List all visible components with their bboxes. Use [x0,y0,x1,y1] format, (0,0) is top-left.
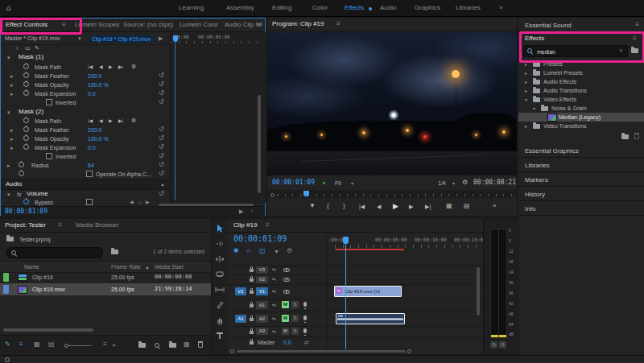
hand-tool-icon[interactable] [215,316,225,325]
expand-icon[interactable]: ▸ [525,124,527,129]
go-to-in-icon[interactable]: |◀ [359,204,365,209]
transport-overflow-icon[interactable]: » [493,203,496,209]
freeform-view-icon[interactable]: ▤ [48,341,55,348]
sync-lock-icon[interactable]: ⇆ [272,289,276,294]
voiceover-mic-icon[interactable] [303,302,307,307]
timeline-settings-icon[interactable]: ⚙ [287,248,292,254]
track-a3[interactable]: A3 ⇆ M S [227,327,483,337]
home-icon[interactable]: ⌂ [6,4,11,12]
timeline-timecode[interactable]: 00:00:01:09 [233,235,287,243]
mask-pen-tool-icon[interactable]: ✎ [35,45,39,51]
expand-icon[interactable]: ▸ [525,71,527,76]
mask1-opacity-value[interactable]: 100.0 % [88,82,109,88]
mask2-opacity-expand-icon[interactable]: ▸ [10,136,14,142]
workspace-graphics[interactable]: Graphics [415,5,440,11]
program-scrubber[interactable] [267,190,517,198]
track-v2[interactable]: V2 ⇆ [227,275,483,285]
zoom-level-select[interactable]: Fit [335,180,341,186]
master-fit-icon[interactable]: ⇄ [304,340,309,345]
column-media-start[interactable]: Media Start [155,264,184,270]
tab-effect-controls[interactable]: Effect Controls [6,22,47,28]
master-clip-label[interactable]: Master * Clip #19.mov [5,35,60,41]
zoom-slider[interactable] [64,345,92,346]
timeline-tab[interactable]: Clip #19 [233,222,257,229]
libraries-header[interactable]: Libraries [518,158,644,172]
tab-lumetri-color[interactable]: Lumetri Color [180,22,218,28]
program-video[interactable] [267,32,517,175]
radius-reset-icon[interactable]: ↺ [159,162,164,168]
clear-search-icon[interactable]: × [619,47,623,54]
sync-lock-icon[interactable]: ⇆ [272,267,276,272]
solo-button[interactable]: S [291,315,299,322]
mask1-path-stopwatch-icon[interactable] [23,64,29,69]
slip-tool-icon[interactable] [215,285,225,295]
mask2-feather-expand-icon[interactable]: ▸ [10,127,14,133]
mask1-opacity-stopwatch-icon[interactable] [23,81,29,87]
collapse-icon[interactable]: ▾ [533,106,535,111]
playback-resolution-select[interactable]: 1/4 [438,180,446,186]
voiceover-mic-icon[interactable] [303,316,307,320]
track-a1[interactable]: A1 ⇆ M S [227,299,483,312]
mask1-path-back-icon[interactable]: ◀ [99,64,103,69]
tree-item-median-legacy[interactable]: Median (Legacy) [518,113,644,122]
zoom-handle-right[interactable] [407,349,411,353]
mask-rect-tool-icon[interactable]: ▭ [25,45,31,51]
bypass-kf-add-icon[interactable]: ◇ [138,200,142,204]
workspace-editing[interactable]: Editing [272,5,291,11]
ec-timecode[interactable]: 00:00:01:09 [5,208,47,215]
mask2-path-prev-icon[interactable]: |◀ [88,118,93,123]
extract-icon[interactable]: ▤ [464,203,470,209]
markers-header[interactable]: Markers [518,172,644,187]
project-menu-icon[interactable]: ≡ [58,222,62,229]
linked-selection-icon[interactable]: ◫ [259,248,266,254]
effects-search-input[interactable] [535,47,616,56]
track-output-eye-icon[interactable] [283,290,290,294]
alpha-stopwatch-icon[interactable] [19,171,24,176]
workspace-color[interactable]: Color [312,5,328,11]
mask1-expansion-reset-icon[interactable]: ↺ [159,90,164,97]
master-level-value[interactable]: 0.0 [283,340,291,345]
sync-lock-icon[interactable]: ⇆ [272,277,276,282]
new-bin-icon[interactable] [621,134,629,139]
info-header[interactable]: Info [518,201,644,216]
delete-icon[interactable] [198,342,203,348]
mask1-opacity-reset-icon[interactable]: ↺ [159,81,164,88]
lock-icon[interactable] [250,278,254,282]
mask1-expansion-expand-icon[interactable]: ▸ [10,91,14,97]
mask1-expansion-stopwatch-icon[interactable] [23,90,29,96]
project-row-clip[interactable]: Clip #19.mov 25.00 fps 21:59:28:14 [0,283,211,295]
radius-expand-icon[interactable]: ▸ [7,163,10,168]
mute-button[interactable]: M [282,301,289,308]
tab-media-browser[interactable]: Media Browser [76,222,118,229]
sort-caret-icon[interactable]: ▾ [113,343,115,348]
ec-playhead-line[interactable] [175,41,175,200]
mask1-feather-stopwatch-icon[interactable] [23,72,29,78]
settings-wrench-icon[interactable]: ⚙ [462,179,468,186]
radius-stopwatch-icon[interactable] [19,162,24,167]
workspace-effects-active[interactable]: Effects [345,5,364,11]
list-view-icon[interactable]: ≡ [19,341,23,348]
mask2-expansion-value[interactable]: 0.0 [88,145,96,151]
column-frame-rate[interactable]: Frame Rate [111,264,141,270]
step-back-icon[interactable]: ◀ [377,204,381,209]
new-bin-icon[interactable] [169,343,176,348]
project-writable-icon[interactable]: ✎ [5,341,10,348]
essential-sound-header[interactable]: Essential Sound ≡ [518,18,644,32]
label-swatch-blue[interactable] [3,285,9,294]
mask2-path-tool-icon[interactable]: ⚙ [131,118,136,123]
resolution-caret-icon[interactable]: ▾ [452,181,455,186]
scrubber-left-handle[interactable] [270,193,275,197]
essential-graphics-header[interactable]: Essential Graphics [518,143,644,158]
search-bin-icon[interactable] [111,250,118,254]
razor-tool-icon[interactable] [215,270,225,279]
workspace-audio[interactable]: Audio [380,5,396,11]
workspace-assembly[interactable]: Assembly [226,5,254,11]
target-clip-label[interactable]: Clip #19 * Clip #19.mov [89,35,153,43]
selection-tool-icon[interactable] [215,224,225,233]
audio-section-title[interactable]: Audio [6,181,22,188]
step-forward-icon[interactable]: ▶ [409,204,413,209]
history-header[interactable]: History [518,187,644,201]
mask1-feather-reset-icon[interactable]: ↺ [159,72,164,79]
expand-icon[interactable]: ▸ [525,89,527,93]
tab-project-tester[interactable]: Project: Tester [5,222,46,229]
